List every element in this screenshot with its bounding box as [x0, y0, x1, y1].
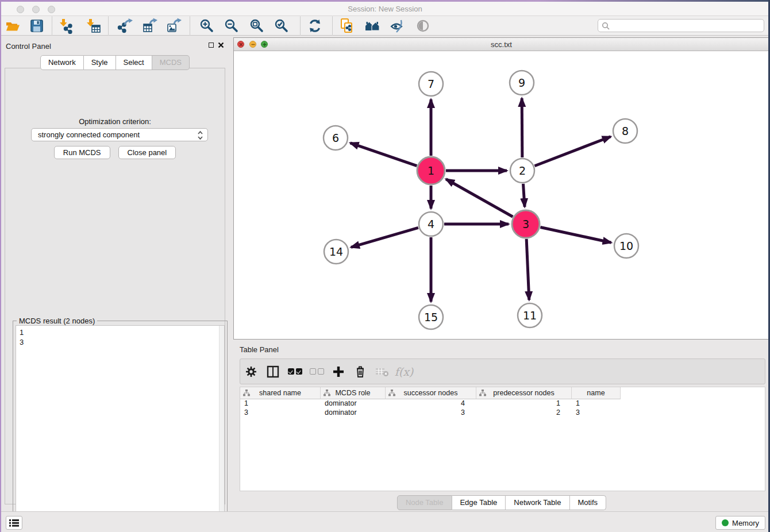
close-panel-button[interactable]: Close panel: [118, 146, 176, 159]
function-builder-icon[interactable]: f(x): [393, 365, 415, 378]
network-window-titlebar[interactable]: scc.txt: [234, 38, 769, 51]
select-all-columns-icon[interactable]: [284, 368, 306, 375]
tree-icon: [479, 390, 486, 396]
graph-node-1[interactable]: 1: [417, 157, 445, 184]
tab-select[interactable]: Select: [116, 55, 152, 70]
control-panel-title: Control Panel: [6, 42, 51, 51]
graph-node-3[interactable]: 3: [512, 210, 540, 238]
run-mcds-button[interactable]: Run MCDS: [54, 146, 110, 159]
zoom-selected-icon[interactable]: [274, 18, 290, 34]
graph-node-4[interactable]: 4: [419, 212, 443, 236]
graph-node-6[interactable]: 6: [324, 126, 348, 150]
column-header-successor-nodes[interactable]: successor nodes: [386, 387, 476, 399]
save-session-icon[interactable]: [29, 18, 45, 34]
deselect-all-columns-icon[interactable]: [306, 368, 328, 375]
svg-text:7: 7: [428, 78, 434, 90]
tab-node-table[interactable]: Node Table: [397, 495, 452, 510]
svg-text:11: 11: [523, 309, 537, 322]
graph-node-15[interactable]: 15: [419, 305, 443, 329]
graph-node-11[interactable]: 11: [518, 303, 542, 327]
criterion-dropdown[interactable]: strongly connected component: [31, 128, 208, 141]
mcds-result-text[interactable]: 1 3: [16, 325, 225, 532]
result-scrollbar[interactable]: [219, 326, 224, 532]
export-table-icon[interactable]: [142, 18, 158, 34]
graph-node-2[interactable]: 2: [510, 159, 534, 183]
desktop-edge-left: [0, 0, 1, 532]
import-network-icon[interactable]: [59, 18, 75, 34]
column-header-shared-name[interactable]: shared name: [240, 387, 321, 399]
network-view-window: scc.txt 7968124314101511: [233, 37, 769, 340]
export-image-icon[interactable]: [166, 18, 182, 34]
show-all-icon[interactable]: [415, 18, 431, 34]
import-table-icon[interactable]: [86, 18, 102, 34]
graph-edge-3-10[interactable]: [540, 228, 611, 243]
network-window-title: scc.txt: [234, 40, 769, 49]
graph-edge-1-6[interactable]: [351, 143, 417, 166]
table-panel: Table Panel f(x) shared name MCDS r: [233, 341, 770, 510]
tab-motifs[interactable]: Motifs: [569, 495, 606, 510]
column-panel-icon[interactable]: [262, 365, 284, 378]
table-row[interactable]: 1dominator411: [240, 399, 765, 408]
tab-edge-table[interactable]: Edge Table: [452, 495, 506, 510]
svg-text:15: 15: [424, 311, 438, 323]
hide-selected-icon[interactable]: [389, 18, 405, 34]
toolbar-separator: [300, 17, 301, 34]
svg-text:1: 1: [428, 164, 434, 177]
zoom-in-icon[interactable]: [199, 18, 215, 34]
tab-network[interactable]: Network: [40, 55, 84, 70]
refresh-layout-icon[interactable]: [307, 18, 323, 34]
network-graph[interactable]: 7968124314101511: [234, 51, 769, 339]
show-task-history-button[interactable]: [6, 516, 22, 530]
column-header-mcds-role[interactable]: MCDS role: [321, 387, 386, 399]
open-session-icon[interactable]: [5, 18, 21, 34]
svg-text:6: 6: [332, 132, 339, 144]
delete-column-icon[interactable]: [349, 365, 371, 377]
memory-button[interactable]: Memory: [715, 516, 765, 530]
svg-text:2: 2: [519, 164, 526, 177]
graph-node-8[interactable]: 8: [613, 119, 637, 143]
delete-table-icon[interactable]: [371, 367, 393, 377]
control-panel-close-icon[interactable]: [218, 42, 224, 48]
control-panel: Control Panel Network Style Select MCDS …: [0, 37, 230, 508]
zoom-fit-icon[interactable]: [249, 18, 265, 34]
zoom-out-icon[interactable]: [224, 18, 240, 34]
clone-network-icon[interactable]: [339, 18, 355, 34]
tree-icon: [243, 390, 250, 396]
table-row[interactable]: 3dominator323: [240, 408, 765, 418]
tab-style[interactable]: Style: [84, 55, 116, 70]
control-panel-float-icon[interactable]: [209, 43, 214, 48]
memory-label: Memory: [732, 519, 759, 527]
graph-edge-2-3[interactable]: [523, 184, 525, 207]
node-table-body: 1dominator4113dominator323: [240, 399, 765, 418]
mcds-result-title: MCDS result (2 nodes): [17, 317, 97, 325]
tree-icon: [324, 390, 330, 396]
table-panel-tabs: Node Table Edge Table Network Table Moti…: [397, 495, 606, 510]
svg-text:14: 14: [329, 245, 343, 258]
first-neighbors-icon[interactable]: [364, 18, 380, 34]
graph-edge-2-9[interactable]: [522, 98, 522, 157]
column-header-predecessor-nodes[interactable]: predecessor nodes: [476, 387, 572, 399]
search-input[interactable]: [598, 19, 764, 32]
tab-network-table[interactable]: Network Table: [506, 495, 569, 510]
graph-node-7[interactable]: 7: [419, 72, 443, 96]
add-column-icon[interactable]: [328, 366, 349, 377]
main-toolbar: [0, 16, 770, 36]
toolbar-separator: [108, 17, 109, 34]
svg-text:4: 4: [428, 218, 434, 230]
table-settings-icon[interactable]: [240, 366, 262, 377]
network-canvas[interactable]: 7968124314101511: [234, 51, 769, 339]
table-panel-title: Table Panel: [240, 345, 279, 354]
graph-edge-4-14[interactable]: [351, 228, 418, 247]
graph-node-14[interactable]: 14: [324, 240, 348, 264]
graph-edge-2-8[interactable]: [534, 137, 610, 166]
graph-edge-3-1[interactable]: [446, 179, 513, 217]
graph-node-9[interactable]: 9: [510, 71, 534, 95]
optimization-criterion-label: Optimization criterion:: [5, 117, 225, 126]
toolbar-separator: [332, 17, 333, 34]
graph-node-10[interactable]: 10: [614, 234, 638, 258]
export-network-icon[interactable]: [117, 18, 133, 34]
graph-edge-3-11[interactable]: [526, 239, 529, 300]
tab-mcds[interactable]: MCDS: [152, 55, 190, 70]
desktop-edge-top: [0, 0, 770, 2]
column-header-name[interactable]: name: [572, 387, 621, 399]
